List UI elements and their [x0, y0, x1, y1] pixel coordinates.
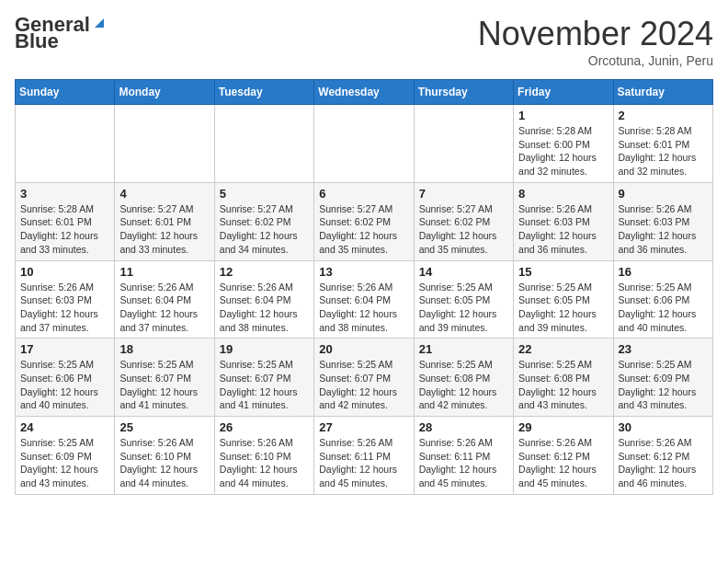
day-info: Sunrise: 5:27 AMSunset: 6:02 PMDaylight:…	[319, 202, 408, 257]
day-info: Sunrise: 5:25 AMSunset: 6:06 PMDaylight:…	[20, 358, 109, 412]
day-number: 7	[419, 187, 508, 201]
calendar-day-cell: 2Sunrise: 5:28 AMSunset: 6:01 PMDaylight…	[613, 105, 712, 183]
day-number: 11	[119, 265, 209, 279]
day-number: 16	[619, 265, 708, 279]
weekday-header: Friday	[514, 80, 613, 105]
calendar-day-cell: 14Sunrise: 5:25 AMSunset: 6:05 PMDayligh…	[414, 260, 513, 339]
calendar-week-row: 17Sunrise: 5:25 AMSunset: 6:06 PMDayligh…	[16, 339, 713, 417]
weekday-header: Wednesday	[314, 80, 414, 105]
weekday-header: Sunday	[16, 80, 115, 105]
day-info: Sunrise: 5:26 AMSunset: 6:04 PMDaylight:…	[220, 281, 309, 335]
day-number: 6	[319, 187, 408, 201]
calendar-day-cell: 12Sunrise: 5:26 AMSunset: 6:04 PMDayligh…	[214, 260, 313, 339]
day-number: 8	[518, 187, 608, 201]
day-number: 19	[220, 342, 309, 356]
day-number: 30	[619, 420, 708, 434]
calendar-day-cell: 5Sunrise: 5:27 AMSunset: 6:02 PMDaylight…	[214, 182, 313, 260]
calendar-day-cell: 4Sunrise: 5:27 AMSunset: 6:01 PMDaylight…	[115, 182, 214, 260]
svg-marker-0	[95, 18, 104, 28]
day-info: Sunrise: 5:25 AMSunset: 6:08 PMDaylight:…	[518, 358, 608, 412]
calendar-day-cell: 26Sunrise: 5:26 AMSunset: 6:10 PMDayligh…	[214, 417, 313, 495]
day-info: Sunrise: 5:26 AMSunset: 6:10 PMDaylight:…	[119, 436, 209, 490]
day-info: Sunrise: 5:25 AMSunset: 6:09 PMDaylight:…	[20, 436, 109, 490]
calendar-day-cell: 10Sunrise: 5:26 AMSunset: 6:03 PMDayligh…	[16, 260, 115, 339]
calendar-header-row: SundayMondayTuesdayWednesdayThursdayFrid…	[16, 80, 713, 105]
calendar-day-cell: 23Sunrise: 5:25 AMSunset: 6:09 PMDayligh…	[613, 339, 712, 417]
day-number: 4	[119, 187, 209, 201]
day-number: 26	[220, 420, 309, 434]
calendar-day-cell: 13Sunrise: 5:26 AMSunset: 6:04 PMDayligh…	[314, 260, 414, 339]
calendar-day-cell: 24Sunrise: 5:25 AMSunset: 6:09 PMDayligh…	[16, 417, 115, 495]
weekday-header: Saturday	[613, 80, 712, 105]
calendar-day-cell: 18Sunrise: 5:25 AMSunset: 6:07 PMDayligh…	[115, 339, 214, 417]
day-info: Sunrise: 5:26 AMSunset: 6:12 PMDaylight:…	[619, 436, 708, 490]
day-number: 22	[518, 342, 608, 356]
calendar-day-cell: 9Sunrise: 5:26 AMSunset: 6:03 PMDaylight…	[613, 182, 712, 260]
logo: General Blue	[15, 15, 108, 52]
calendar-day-cell: 16Sunrise: 5:25 AMSunset: 6:06 PMDayligh…	[613, 260, 712, 339]
day-info: Sunrise: 5:25 AMSunset: 6:07 PMDaylight:…	[319, 358, 408, 412]
day-info: Sunrise: 5:27 AMSunset: 6:01 PMDaylight:…	[119, 202, 209, 257]
weekday-header: Monday	[115, 80, 214, 105]
day-number: 15	[518, 265, 608, 279]
day-info: Sunrise: 5:25 AMSunset: 6:07 PMDaylight:…	[119, 358, 209, 412]
day-number: 2	[619, 109, 708, 122]
day-info: Sunrise: 5:26 AMSunset: 6:11 PMDaylight:…	[319, 436, 408, 490]
day-number: 9	[619, 187, 708, 201]
day-info: Sunrise: 5:26 AMSunset: 6:11 PMDaylight:…	[419, 436, 508, 490]
calendar-day-cell	[214, 105, 313, 183]
calendar-day-cell: 11Sunrise: 5:26 AMSunset: 6:04 PMDayligh…	[115, 260, 214, 339]
calendar-day-cell: 29Sunrise: 5:26 AMSunset: 6:12 PMDayligh…	[514, 417, 613, 495]
day-info: Sunrise: 5:25 AMSunset: 6:07 PMDaylight:…	[220, 358, 309, 412]
day-info: Sunrise: 5:25 AMSunset: 6:08 PMDaylight:…	[419, 358, 508, 412]
day-number: 28	[419, 420, 508, 434]
title-block: November 2024 Orcotuna, Junin, Peru	[478, 15, 713, 68]
calendar-week-row: 10Sunrise: 5:26 AMSunset: 6:03 PMDayligh…	[16, 260, 713, 339]
day-info: Sunrise: 5:26 AMSunset: 6:03 PMDaylight:…	[20, 281, 109, 335]
day-info: Sunrise: 5:26 AMSunset: 6:03 PMDaylight:…	[518, 202, 608, 257]
calendar-week-row: 24Sunrise: 5:25 AMSunset: 6:09 PMDayligh…	[16, 417, 713, 495]
calendar-day-cell: 17Sunrise: 5:25 AMSunset: 6:06 PMDayligh…	[16, 339, 115, 417]
calendar-day-cell: 3Sunrise: 5:28 AMSunset: 6:01 PMDaylight…	[16, 182, 115, 260]
day-info: Sunrise: 5:28 AMSunset: 6:01 PMDaylight:…	[20, 202, 109, 257]
day-number: 25	[119, 420, 209, 434]
day-info: Sunrise: 5:26 AMSunset: 6:03 PMDaylight:…	[619, 202, 708, 257]
day-info: Sunrise: 5:26 AMSunset: 6:04 PMDaylight:…	[319, 281, 408, 335]
calendar-day-cell: 30Sunrise: 5:26 AMSunset: 6:12 PMDayligh…	[613, 417, 712, 495]
calendar-day-cell	[314, 105, 414, 183]
day-number: 29	[518, 420, 608, 434]
day-info: Sunrise: 5:26 AMSunset: 6:10 PMDaylight:…	[220, 436, 309, 490]
day-number: 12	[220, 265, 309, 279]
logo-blue: Blue	[15, 31, 59, 52]
day-info: Sunrise: 5:26 AMSunset: 6:04 PMDaylight:…	[119, 281, 209, 335]
day-number: 20	[319, 342, 408, 356]
day-number: 1	[518, 109, 608, 122]
weekday-header: Thursday	[414, 80, 513, 105]
day-number: 5	[220, 187, 309, 201]
calendar-day-cell: 27Sunrise: 5:26 AMSunset: 6:11 PMDayligh…	[314, 417, 414, 495]
calendar-day-cell	[115, 105, 214, 183]
day-info: Sunrise: 5:27 AMSunset: 6:02 PMDaylight:…	[220, 202, 309, 257]
calendar-day-cell: 15Sunrise: 5:25 AMSunset: 6:05 PMDayligh…	[514, 260, 613, 339]
day-info: Sunrise: 5:25 AMSunset: 6:05 PMDaylight:…	[419, 281, 508, 335]
day-info: Sunrise: 5:26 AMSunset: 6:12 PMDaylight:…	[518, 436, 608, 490]
calendar-day-cell	[414, 105, 513, 183]
day-number: 27	[319, 420, 408, 434]
calendar-day-cell	[16, 105, 115, 183]
calendar-day-cell: 25Sunrise: 5:26 AMSunset: 6:10 PMDayligh…	[115, 417, 214, 495]
day-info: Sunrise: 5:25 AMSunset: 6:05 PMDaylight:…	[518, 281, 608, 335]
day-info: Sunrise: 5:25 AMSunset: 6:06 PMDaylight:…	[619, 281, 708, 335]
day-number: 18	[119, 342, 209, 356]
day-info: Sunrise: 5:28 AMSunset: 6:00 PMDaylight:…	[518, 124, 608, 178]
day-number: 21	[419, 342, 508, 356]
day-number: 23	[619, 342, 708, 356]
day-info: Sunrise: 5:27 AMSunset: 6:02 PMDaylight:…	[419, 202, 508, 257]
calendar-day-cell: 7Sunrise: 5:27 AMSunset: 6:02 PMDaylight…	[414, 182, 513, 260]
day-number: 14	[419, 265, 508, 279]
page-location: Orcotuna, Junin, Peru	[478, 53, 713, 68]
calendar-day-cell: 19Sunrise: 5:25 AMSunset: 6:07 PMDayligh…	[214, 339, 313, 417]
day-number: 13	[319, 265, 408, 279]
day-info: Sunrise: 5:25 AMSunset: 6:09 PMDaylight:…	[619, 358, 708, 412]
day-number: 17	[20, 342, 109, 356]
page-header: General Blue November 2024 Orcotuna, Jun…	[15, 15, 713, 68]
